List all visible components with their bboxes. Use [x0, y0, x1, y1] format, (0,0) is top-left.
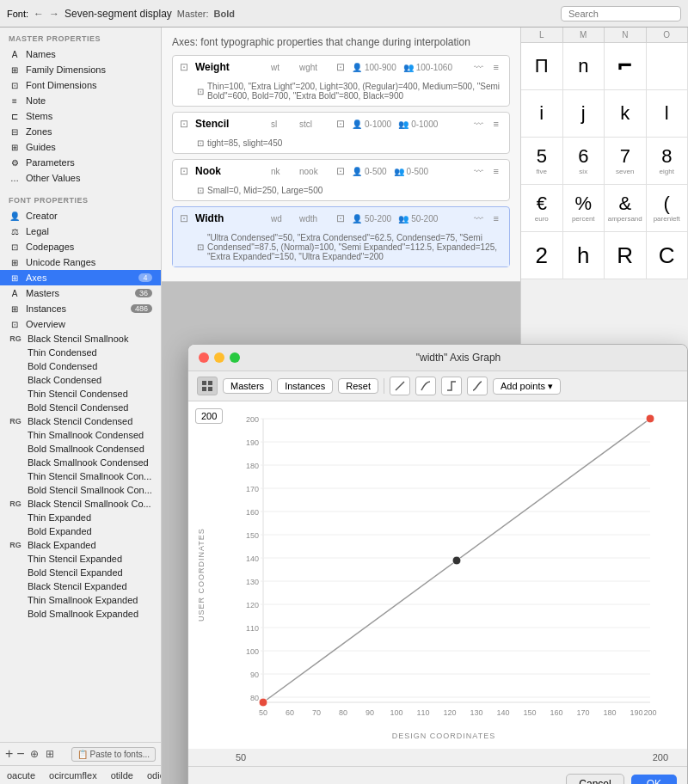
sidebar-item-family-dimensions[interactable]: ⊞ Family Dimensions [0, 62, 161, 77]
glyph-cell[interactable]: R [605, 232, 647, 279]
cancel-button[interactable]: Cancel [566, 774, 624, 784]
list-item[interactable]: Bold Stencil Condensed [0, 401, 161, 414]
add-instance-button[interactable]: + [5, 746, 13, 762]
glyph-cell[interactable]: C [647, 232, 689, 279]
list-item[interactable]: Thin Smallnook Expanded [0, 593, 161, 607]
axis-nook-chart-icon[interactable]: 〰 [474, 166, 483, 176]
axis-width-name[interactable]: Width [195, 212, 264, 224]
glyph-cell[interactable]: Π [521, 43, 563, 90]
curve-tool-button[interactable] [415, 377, 436, 395]
list-item[interactable]: Bold Expanded [0, 524, 161, 538]
glyph-item[interactable]: ocircumflex [49, 770, 97, 781]
sidebar-item-instances[interactable]: ⊞ Instances 486 [0, 301, 161, 316]
glyph-cell[interactable] [647, 43, 689, 90]
family-dimensions-icon: ⊞ [9, 64, 21, 76]
sidebar-item-legal[interactable]: ⚖ Legal [0, 224, 161, 239]
close-button[interactable] [199, 352, 209, 363]
sidebar-item-font-dimensions[interactable]: ⊡ Font Dimensions [0, 77, 161, 93]
list-item[interactable]: RGBlack Stencil Condensed [0, 414, 161, 428]
glyph-item[interactable]: oacute [7, 770, 35, 781]
instances-button[interactable]: Instances [277, 378, 333, 394]
axis-weight-menu[interactable]: ≡ [490, 62, 502, 72]
list-item[interactable]: Thin Stencil Smallnook Con... [0, 469, 161, 483]
axis-stencil-menu[interactable]: ≡ [490, 119, 502, 129]
list-item[interactable]: Black Smallnook Condensed [0, 456, 161, 469]
glyph-char: 8 [661, 147, 672, 166]
glyph-cell[interactable]: l [647, 90, 689, 138]
glyph-cell[interactable]: n [563, 43, 605, 90]
maximize-button[interactable] [230, 352, 240, 363]
sidebar-item-axes[interactable]: ⊞ Axes 4 [0, 270, 161, 285]
list-item[interactable]: Black Stencil Expanded [0, 579, 161, 593]
paste-to-fonts-button[interactable]: 📋 Paste to fonts... [71, 747, 156, 762]
glyph-item[interactable]: otilde [111, 770, 133, 781]
list-item[interactable]: Thin Expanded [0, 511, 161, 524]
line-tool-button[interactable] [390, 377, 410, 395]
list-item[interactable]: RGBlack Expanded [0, 538, 161, 552]
sidebar-item-note[interactable]: ≡ Note [0, 93, 161, 108]
glyph-cell[interactable]: (parenleft [647, 185, 689, 232]
axis-nook-name[interactable]: Nook [195, 165, 264, 177]
axis-weight-chart-icon[interactable]: 〰 [474, 62, 483, 72]
ok-button[interactable]: OK [631, 775, 677, 784]
sidebar-item-unicode-ranges[interactable]: ⊞ Unicode Ranges [0, 254, 161, 270]
forward-arrow[interactable]: → [49, 8, 59, 20]
glyph-cell[interactable]: 8eight [647, 138, 689, 185]
add-points-button[interactable]: Add points ▾ [493, 378, 561, 395]
sidebar-item-stems[interactable]: ⊏ Stems [0, 108, 161, 124]
glyph-cell[interactable]: 2 [521, 232, 563, 279]
list-item[interactable]: Bold Smallnook Expanded [0, 607, 161, 621]
list-item[interactable]: Thin Condensed [0, 346, 161, 359]
glyph-cell[interactable]: &ampersand [605, 185, 647, 232]
step-tool-button[interactable] [441, 377, 462, 395]
smooth-tool-button[interactable] [467, 377, 488, 395]
glyph-cell[interactable]: j [563, 90, 605, 138]
glyph-cell[interactable]: 7seven [605, 138, 647, 185]
glyph-cell[interactable]: 5five [521, 138, 563, 185]
sidebar-item-overview[interactable]: ⊡ Overview [0, 316, 161, 332]
reset-button[interactable]: Reset [338, 378, 378, 394]
axis-stencil-chart-icon[interactable]: 〰 [474, 119, 483, 129]
search-input[interactable] [561, 6, 681, 21]
glyph-cell[interactable]: %percent [563, 185, 605, 232]
list-item[interactable]: Bold Condensed [0, 359, 161, 373]
back-arrow[interactable]: ← [34, 8, 44, 20]
axis-width-chart-icon[interactable]: 〰 [474, 213, 483, 224]
glyph-cell[interactable]: i [521, 90, 563, 138]
list-item[interactable]: Bold Stencil Expanded [0, 566, 161, 579]
glyph-cell[interactable]: €euro [521, 185, 563, 232]
remove-instance-button[interactable]: − [16, 746, 24, 762]
copy-icon[interactable]: ⊕ [28, 748, 40, 760]
axis-stencil-name[interactable]: Stencil [195, 118, 264, 130]
axis-weight-name[interactable]: Weight [195, 61, 264, 73]
grid-icon[interactable]: ⊞ [44, 748, 56, 760]
graph-body: 200 USER COORDINATES 200 190 180 170 160… [188, 401, 687, 749]
glyph-cell[interactable]: k [605, 90, 647, 138]
glyph-item[interactable]: odieresis [147, 770, 162, 781]
sidebar-item-codepages[interactable]: ⊡ Codepages [0, 239, 161, 254]
sidebar-item-zones[interactable]: ⊟ Zones [0, 124, 161, 139]
list-item[interactable]: Thin Stencil Expanded [0, 552, 161, 566]
sidebar-item-guides[interactable]: ⊞ Guides [0, 139, 161, 155]
grid-view-button[interactable] [197, 377, 218, 395]
sidebar-item-names[interactable]: A Names [0, 46, 161, 62]
list-item[interactable]: Thin Stencil Condensed [0, 387, 161, 401]
list-item[interactable]: Bold Stencil Smallnook Con... [0, 483, 161, 497]
list-item[interactable]: RGBlack Stencil Smallnook Co... [0, 497, 161, 511]
list-item[interactable]: Thin Smallnook Condensed [0, 428, 161, 442]
svg-text:150: 150 [523, 708, 536, 717]
list-item[interactable]: Black Condensed [0, 373, 161, 387]
glyph-cell[interactable]: 6six [563, 138, 605, 185]
sidebar-item-parameters[interactable]: ⚙ Parameters [0, 155, 161, 170]
sidebar-item-other-values[interactable]: … Other Values [0, 170, 161, 186]
list-item[interactable]: Bold Smallnook Condensed [0, 442, 161, 456]
list-item[interactable]: RGBlack Stencil Smallnook [0, 332, 161, 346]
axis-width-menu[interactable]: ≡ [490, 213, 502, 224]
minimize-button[interactable] [214, 352, 224, 363]
sidebar-item-masters[interactable]: A Masters 36 [0, 285, 161, 301]
masters-button[interactable]: Masters [223, 378, 272, 394]
sidebar-item-creator[interactable]: 👤 Creator [0, 208, 161, 224]
axis-nook-menu[interactable]: ≡ [490, 166, 502, 176]
glyph-cell[interactable]: h [563, 232, 605, 279]
glyph-cell[interactable]: ⌐ [605, 43, 647, 90]
